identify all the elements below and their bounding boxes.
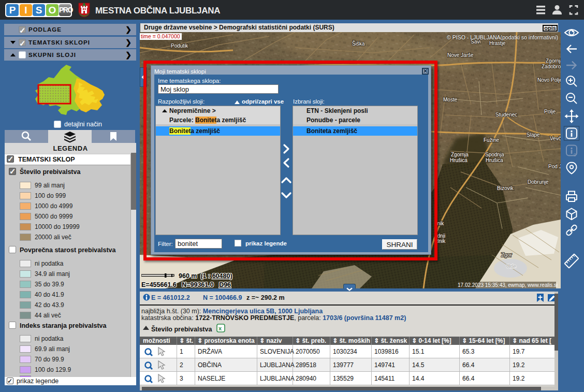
svg-text:x: x xyxy=(218,325,222,331)
svg-text:Zgor: Zgor xyxy=(501,252,512,258)
svg-text:Bizovik: Bizovik xyxy=(497,185,514,191)
svg-text:Hrušica: Hrušica xyxy=(486,157,503,163)
svg-text:Spodnja: Spodnja xyxy=(485,152,504,157)
svg-text:Šiška: Šiška xyxy=(352,40,365,47)
svg-text:Zgornja: Zgornja xyxy=(451,152,469,157)
svg-text:Orle: Orle xyxy=(506,264,516,269)
svg-text:Slape: Slape xyxy=(527,132,540,138)
svg-text:Vevče: Vevče xyxy=(550,136,561,141)
svg-text:Polje: Polje xyxy=(544,109,556,114)
svg-text:Nove Jarše: Nove Jarše xyxy=(447,52,474,58)
svg-text:Fužine: Fužine xyxy=(484,137,499,143)
svg-text:Zadobrova: Zadobrova xyxy=(542,64,561,69)
svg-text:Novo Polje: Novo Polje xyxy=(537,77,561,83)
svg-text:Zgornja: Zgornja xyxy=(546,58,561,64)
svg-text:Dobrunje: Dobrunje xyxy=(528,179,549,185)
svg-text:Moste: Moste xyxy=(443,97,458,103)
svg-text:Pod J: Pod J xyxy=(548,164,561,169)
svg-text:Hrastje: Hrastje xyxy=(489,40,506,46)
svg-text:Podutik: Podutik xyxy=(171,43,188,49)
svg-text:Hrušica: Hrušica xyxy=(450,157,468,163)
svg-text:g: g xyxy=(574,152,576,156)
svg-text:Studenec: Studenec xyxy=(495,112,517,118)
